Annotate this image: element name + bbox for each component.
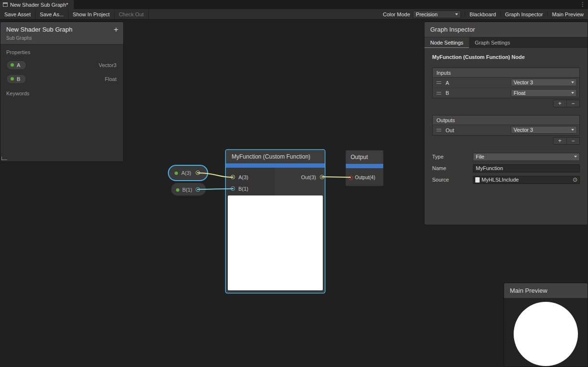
file-icon xyxy=(475,177,480,183)
save-as-label: Save As... xyxy=(40,11,64,17)
blackboard-toggle-label: Blackboard xyxy=(470,11,496,17)
color-mode-dropdown[interactable]: Precision xyxy=(413,11,461,18)
node-title[interactable]: Output xyxy=(346,150,383,164)
output-node-port-label: Output(4) xyxy=(355,175,375,180)
inputs-box-title: Inputs xyxy=(433,68,579,78)
output-out-type-value: Vector 3 xyxy=(514,127,533,133)
graph-inspector-panel: Graph Inspector Node Settings Graph Sett… xyxy=(424,22,588,225)
preview-sphere xyxy=(514,302,578,366)
node-myfunction[interactable]: MyFunction (Custom Function) A(3) B(1) O… xyxy=(226,150,325,293)
property-row-b[interactable]: B Float xyxy=(0,72,123,86)
input-row-b[interactable]: B Float xyxy=(433,88,579,98)
source-field-row: Source MyHLSLInclude ⊙ xyxy=(432,175,580,184)
source-object-field[interactable]: MyHLSLInclude ⊙ xyxy=(473,176,580,184)
property-node-label: B(1) xyxy=(182,187,192,193)
blackboard-title: New Shader Sub Graph xyxy=(6,26,118,33)
property-dot-icon xyxy=(175,172,178,175)
property-b-output-port[interactable] xyxy=(196,187,200,192)
remove-input-button[interactable]: − xyxy=(567,100,580,107)
input-port-b[interactable] xyxy=(231,186,235,191)
node-output[interactable]: Output Output(4) xyxy=(345,150,384,186)
main-preview-toggle-label: Main Preview xyxy=(552,11,584,17)
output-name: Out xyxy=(446,127,454,133)
tab-node-settings[interactable]: Node Settings xyxy=(424,37,469,48)
type-dropdown[interactable]: File xyxy=(473,153,580,161)
inputs-list-controls: + − xyxy=(432,100,580,107)
show-in-project-label: Show In Project xyxy=(73,11,110,17)
inspector-body: MyFunction (Custom Function) Node Inputs… xyxy=(424,48,588,193)
save-asset-button[interactable]: Save Asset xyxy=(0,9,35,19)
input-a-type-dropdown[interactable]: Vector 3 xyxy=(511,79,577,86)
source-label: Source xyxy=(432,177,473,183)
main-preview-panel: Main Preview xyxy=(504,283,588,367)
property-pill[interactable]: B xyxy=(6,74,26,84)
property-node-label: A(3) xyxy=(181,170,191,176)
output-out-type-dropdown[interactable]: Vector 3 xyxy=(511,126,577,134)
blackboard-header: New Shader Sub Graph Sub Graphs + xyxy=(0,22,123,45)
drag-handle-icon[interactable] xyxy=(436,81,441,84)
blackboard-toggle-button[interactable]: Blackboard xyxy=(465,11,500,17)
dropdown-arrow-icon xyxy=(571,129,574,131)
name-input[interactable]: MyFunction xyxy=(473,164,580,172)
blackboard-panel: New Shader Sub Graph Sub Graphs + Proper… xyxy=(0,22,124,162)
output-row-out[interactable]: Out Vector 3 xyxy=(433,125,579,135)
tab-graph-settings-label: Graph Settings xyxy=(475,40,510,46)
save-as-button[interactable]: Save As... xyxy=(35,9,69,19)
dropdown-arrow-icon xyxy=(571,92,574,94)
add-property-button[interactable]: + xyxy=(114,25,118,34)
toolbar-right-group: Color Mode Precision Blackboard Graph In… xyxy=(380,9,588,19)
add-input-button[interactable]: + xyxy=(553,100,567,107)
show-in-project-button[interactable]: Show In Project xyxy=(69,9,115,19)
properties-section-label: Properties xyxy=(6,49,118,55)
input-row-a[interactable]: A Vector 3 xyxy=(433,78,579,88)
kebab-menu-icon[interactable]: ⋮ xyxy=(580,1,586,8)
tab-new-shader-sub-graph[interactable]: New Shader Sub Graph* xyxy=(0,0,74,9)
outputs-list-controls: + − xyxy=(432,137,580,145)
main-preview-title[interactable]: Main Preview xyxy=(504,283,588,298)
input-name: B xyxy=(446,90,449,96)
inputs-box: Inputs A Vector 3 B Float xyxy=(432,68,580,98)
input-port-a-label: A(3) xyxy=(238,174,248,180)
inspector-tabs: Node Settings Graph Settings xyxy=(424,37,588,48)
drag-handle-icon[interactable] xyxy=(436,92,441,94)
main-preview-toggle-button[interactable]: Main Preview xyxy=(547,11,588,17)
name-label: Name xyxy=(432,165,473,171)
name-value: MyFunction xyxy=(476,165,503,171)
drag-handle-icon[interactable] xyxy=(436,129,441,131)
graph-inspector-title[interactable]: Graph Inspector xyxy=(424,22,588,37)
blackboard-resize-handle[interactable] xyxy=(1,157,7,160)
check-out-button: Check Out xyxy=(115,9,149,19)
dropdown-arrow-icon xyxy=(571,81,574,83)
node-port-area: Output(4) xyxy=(346,168,383,186)
property-a-output-port[interactable] xyxy=(196,171,200,175)
tab-node-settings-label: Node Settings xyxy=(430,40,463,46)
property-name: B xyxy=(17,76,20,82)
output-node-input-port[interactable] xyxy=(349,176,353,180)
property-row-a[interactable]: A Vector3 xyxy=(0,58,123,72)
property-dot-icon xyxy=(11,77,14,80)
output-port-out[interactable] xyxy=(320,175,324,179)
remove-output-button[interactable]: − xyxy=(567,138,580,144)
tab-graph-settings[interactable]: Graph Settings xyxy=(469,37,516,48)
property-node-b[interactable]: B(1) xyxy=(171,183,206,196)
property-pill[interactable]: A xyxy=(6,60,26,70)
input-b-type-dropdown[interactable]: Float xyxy=(511,89,577,97)
property-type: Float xyxy=(105,76,117,82)
dropdown-arrow-icon xyxy=(455,13,458,15)
add-output-button[interactable]: + xyxy=(553,138,567,144)
input-port-a[interactable] xyxy=(231,175,235,179)
object-picker-icon[interactable]: ⊙ xyxy=(573,176,577,183)
source-value: MyHLSLInclude xyxy=(482,177,519,183)
blackboard-subtitle: Sub Graphs xyxy=(6,35,118,41)
node-title[interactable]: MyFunction (Custom Function) xyxy=(226,150,325,163)
input-a-type-value: Vector 3 xyxy=(514,80,533,85)
graph-asset-icon xyxy=(3,2,8,7)
property-dot-icon xyxy=(11,63,14,67)
property-node-a[interactable]: A(3) xyxy=(169,166,207,180)
name-field-row: Name MyFunction xyxy=(432,164,580,172)
keywords-section-label: Keywords xyxy=(6,91,118,96)
graph-inspector-toggle-button[interactable]: Graph Inspector xyxy=(500,11,547,17)
tab-title: New Shader Sub Graph* xyxy=(10,2,68,8)
input-b-type-value: Float xyxy=(514,90,525,96)
type-field-row: Type File xyxy=(432,152,580,161)
